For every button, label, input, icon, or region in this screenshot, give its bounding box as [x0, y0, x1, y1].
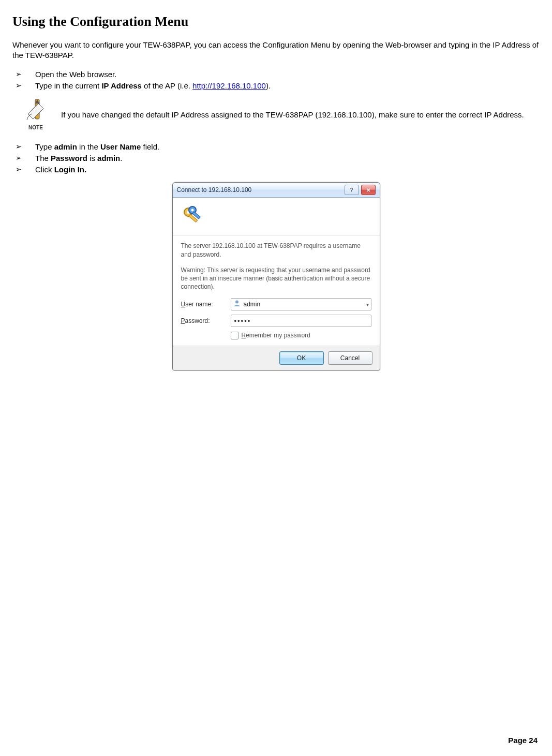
text: Type in the current — [35, 81, 101, 90]
bullet-list-1: Open the Web browser. Type in the curren… — [12, 69, 540, 92]
note-block: NOTE If you have changed the default IP … — [18, 98, 540, 131]
note-text: If you have changed the default IP Addre… — [61, 110, 540, 120]
text: of the AP (i.e. — [142, 81, 192, 90]
page-title: Using the Configuration Menu — [12, 12, 540, 31]
text-bold: Password — [51, 154, 87, 162]
user-icon — [233, 300, 241, 309]
list-item: Type admin in the User Name field. — [12, 142, 540, 152]
text-bold: User Name — [100, 142, 141, 151]
username-label: User name: — [181, 300, 226, 308]
remember-password-checkbox[interactable] — [231, 332, 238, 339]
text: Type — [35, 142, 54, 151]
dialog-message-1: The server 192.168.10.100 at TEW-638PAP … — [181, 242, 371, 258]
list-item: Type in the current IP Address of the AP… — [12, 81, 540, 91]
dialog-titlebar: Connect to 192.168.10.100 ? ✕ — [173, 183, 380, 198]
close-button[interactable]: ✕ — [361, 185, 376, 195]
password-label: Password: — [181, 317, 226, 325]
note-icon: NOTE — [18, 98, 54, 131]
help-button[interactable]: ? — [345, 185, 359, 195]
list-item: Open the Web browser. — [12, 69, 540, 80]
svg-point-8 — [235, 301, 238, 304]
remember-password-label: Remember my password — [242, 331, 310, 339]
cancel-button[interactable]: Cancel — [328, 351, 372, 365]
dialog-title: Connect to 192.168.10.100 — [177, 186, 252, 194]
svg-point-6 — [191, 209, 193, 212]
text-bold: Login In. — [54, 165, 86, 174]
page-number: Page 24 — [508, 735, 538, 746]
note-label: NOTE — [28, 125, 43, 130]
text: ). — [266, 81, 271, 90]
chevron-down-icon[interactable]: ▾ — [366, 301, 369, 308]
text: is — [87, 154, 97, 162]
text-bold: admin — [97, 154, 120, 162]
bullet-list-2: Type admin in the User Name field. The P… — [12, 142, 540, 175]
text: in the — [77, 142, 100, 151]
list-item: The Password is admin. — [12, 153, 540, 164]
text: . — [120, 154, 122, 162]
keys-icon — [181, 205, 204, 228]
intro-text: Whenever you want to configure your TEW-… — [12, 40, 540, 61]
dialog-message-2: Warning: This server is requesting that … — [181, 266, 371, 291]
text: The — [35, 154, 51, 162]
text-bold: IP Address — [101, 81, 142, 90]
text: field. — [141, 142, 159, 151]
ok-button[interactable]: OK — [279, 351, 324, 365]
text-bold: admin — [54, 142, 77, 151]
ip-address-link[interactable]: http://192.168.10.100 — [192, 81, 266, 90]
password-input[interactable]: ••••• — [231, 315, 371, 327]
list-item: Click Login In. — [12, 165, 540, 175]
text: Click — [35, 165, 54, 174]
username-input[interactable]: admin ▾ — [231, 298, 371, 310]
auth-dialog: Connect to 192.168.10.100 ? ✕ — [172, 182, 380, 370]
username-value: admin — [244, 300, 366, 308]
